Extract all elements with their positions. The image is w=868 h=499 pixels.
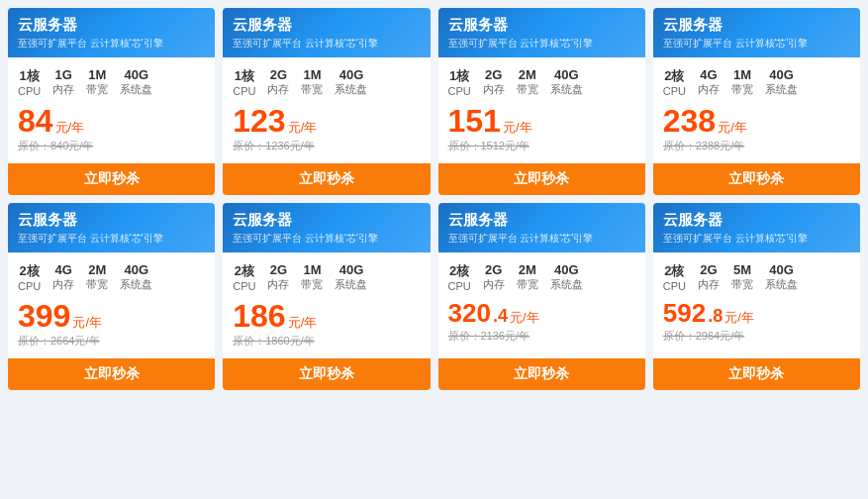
- spec-item: 2G内存: [267, 262, 289, 292]
- card-header: 云服务器至强可扩展平台 云计算核'芯'引擎: [653, 203, 860, 252]
- buy-button[interactable]: 立即秒杀: [8, 163, 215, 195]
- price-block: 399元/年原价：2664元/年: [18, 300, 205, 349]
- price-main: 186元/年: [233, 300, 420, 332]
- spec-label: 带宽: [86, 277, 108, 292]
- spec-value: 1M: [303, 262, 321, 277]
- product-card-card-7: 云服务器至强可扩展平台 云计算核'芯'引擎2核CPU2G内存2M带宽40G系统盘…: [438, 203, 645, 390]
- card-body: 1核CPU2G内存1M带宽40G系统盘123元/年原价：1236元/年: [223, 57, 430, 163]
- buy-button[interactable]: 立即秒杀: [223, 358, 430, 390]
- spec-label: CPU: [18, 85, 41, 97]
- spec-label: 系统盘: [120, 82, 152, 97]
- spec-label: 带宽: [301, 82, 323, 97]
- price-unit: 元/年: [718, 119, 747, 137]
- spec-item: 2核CPU: [233, 262, 255, 292]
- spec-value: 1M: [303, 67, 321, 82]
- spec-label: 系统盘: [550, 277, 583, 292]
- card-specs: 2核CPU2G内存1M带宽40G系统盘: [233, 262, 420, 292]
- card-title: 云服务器: [18, 211, 205, 230]
- spec-item: 40G系统盘: [335, 262, 367, 292]
- price-unit: 元/年: [510, 309, 539, 327]
- card-header: 云服务器至强可扩展平台 云计算核'芯'引擎: [438, 8, 645, 57]
- price-decimal: .4: [493, 306, 508, 327]
- spec-item: 1核CPU: [233, 67, 255, 97]
- product-card-card-6: 云服务器至强可扩展平台 云计算核'芯'引擎2核CPU2G内存1M带宽40G系统盘…: [223, 203, 430, 390]
- spec-label: CPU: [663, 280, 686, 292]
- price-number: 238: [663, 105, 716, 137]
- spec-value: 40G: [554, 262, 579, 277]
- price-block: 320.4元/年原价：2136元/年: [448, 300, 635, 344]
- card-specs: 1核CPU1G内存1M带宽40G系统盘: [18, 67, 205, 97]
- spec-value: 1核: [235, 67, 254, 85]
- price-original: 原价：2664元/年: [18, 334, 205, 349]
- card-body: 2核CPU4G内存2M带宽40G系统盘399元/年原价：2664元/年: [8, 252, 215, 358]
- price-block: 238元/年原价：2388元/年: [663, 105, 850, 153]
- card-header: 云服务器至强可扩展平台 云计算核'芯'引擎: [223, 8, 430, 57]
- spec-item: 40G系统盘: [550, 262, 583, 292]
- spec-value: 1M: [733, 67, 751, 82]
- price-number: 186: [233, 300, 285, 332]
- buy-button[interactable]: 立即秒杀: [438, 163, 645, 195]
- buy-button[interactable]: 立即秒杀: [223, 163, 430, 195]
- spec-value: 40G: [124, 67, 148, 82]
- spec-item: 2M带宽: [517, 262, 538, 292]
- price-original: 原价：1860元/年: [233, 334, 420, 349]
- spec-label: 内存: [267, 277, 289, 292]
- price-original: 原价：2388元/年: [663, 139, 850, 153]
- buy-button[interactable]: 立即秒杀: [438, 358, 645, 390]
- card-subtitle: 至强可扩展平台 云计算核'芯'引擎: [233, 232, 420, 245]
- price-main: 592.8元/年: [663, 300, 850, 327]
- price-number: 84: [18, 105, 53, 137]
- spec-item: 40G系统盘: [120, 262, 152, 292]
- spec-value: 40G: [769, 262, 794, 277]
- card-title: 云服务器: [448, 211, 635, 230]
- spec-value: 2G: [700, 262, 717, 277]
- spec-value: 1M: [88, 67, 106, 82]
- spec-label: 内存: [483, 277, 505, 292]
- spec-item: 4G内存: [52, 262, 74, 292]
- product-card-card-1: 云服务器至强可扩展平台 云计算核'芯'引擎1核CPU1G内存1M带宽40G系统盘…: [8, 8, 215, 195]
- price-unit: 元/年: [288, 119, 318, 137]
- spec-label: 系统盘: [765, 82, 798, 97]
- price-number: 151: [448, 105, 501, 137]
- card-body: 1核CPU1G内存1M带宽40G系统盘84元/年原价：840元/年: [8, 57, 215, 163]
- card-subtitle: 至强可扩展平台 云计算核'芯'引擎: [448, 232, 635, 245]
- product-card-card-3: 云服务器至强可扩展平台 云计算核'芯'引擎1核CPU2G内存2M带宽40G系统盘…: [438, 8, 645, 195]
- spec-label: 带宽: [731, 82, 753, 97]
- card-title: 云服务器: [233, 211, 420, 230]
- card-title: 云服务器: [448, 16, 635, 35]
- spec-label: 带宽: [731, 277, 753, 292]
- card-body: 2核CPU4G内存1M带宽40G系统盘238元/年原价：2388元/年: [653, 57, 860, 163]
- card-subtitle: 至强可扩展平台 云计算核'芯'引擎: [18, 37, 205, 50]
- spec-value: 40G: [124, 262, 148, 277]
- spec-item: 2G内存: [698, 262, 720, 292]
- card-subtitle: 至强可扩展平台 云计算核'芯'引擎: [663, 232, 850, 245]
- buy-button[interactable]: 立即秒杀: [653, 358, 860, 390]
- spec-label: 内存: [698, 277, 720, 292]
- price-number: 399: [18, 300, 70, 332]
- price-block: 84元/年原价：840元/年: [18, 105, 205, 153]
- card-body: 1核CPU2G内存2M带宽40G系统盘151元/年原价：1512元/年: [438, 57, 645, 163]
- spec-item: 2G内存: [483, 262, 505, 292]
- price-number: 320: [448, 300, 491, 326]
- spec-item: 1M带宽: [731, 67, 753, 97]
- spec-value: 40G: [554, 67, 579, 82]
- spec-item: 2M带宽: [86, 262, 108, 292]
- spec-value: 40G: [339, 262, 364, 277]
- price-original: 原价：2136元/年: [448, 329, 635, 344]
- price-main: 320.4元/年: [448, 300, 635, 327]
- price-block: 592.8元/年原价：2964元/年: [663, 300, 850, 344]
- spec-item: 4G内存: [698, 67, 720, 97]
- card-title: 云服务器: [663, 211, 850, 230]
- buy-button[interactable]: 立即秒杀: [8, 358, 215, 390]
- card-header: 云服务器至强可扩展平台 云计算核'芯'引擎: [438, 203, 645, 252]
- spec-item: 1核CPU: [448, 67, 471, 97]
- spec-label: 内存: [698, 82, 720, 97]
- spec-value: 40G: [339, 67, 364, 82]
- spec-value: 4G: [700, 67, 717, 82]
- card-title: 云服务器: [663, 16, 850, 35]
- price-block: 151元/年原价：1512元/年: [448, 105, 635, 153]
- spec-item: 2核CPU: [448, 262, 471, 292]
- spec-label: CPU: [448, 85, 471, 97]
- product-card-card-8: 云服务器至强可扩展平台 云计算核'芯'引擎2核CPU2G内存5M带宽40G系统盘…: [653, 203, 860, 390]
- buy-button[interactable]: 立即秒杀: [653, 163, 860, 195]
